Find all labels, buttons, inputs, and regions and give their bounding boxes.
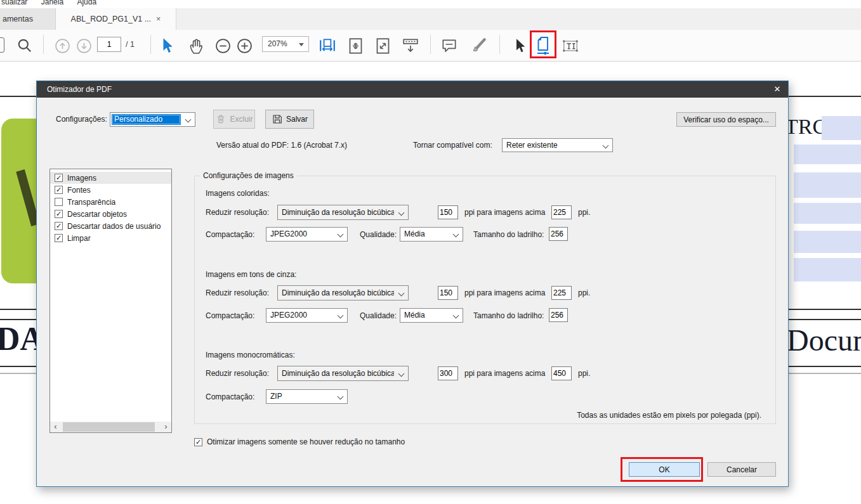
gray-quality-select[interactable]: Média [400,308,463,323]
chevron-down-icon [185,117,192,123]
checkbox-discard-user-data[interactable]: ✓ [55,222,63,230]
mono-ppi-above-input[interactable] [551,366,572,380]
scroll-left-icon[interactable]: ‹ [50,422,61,432]
list-item-images[interactable]: ✓ Imagens [50,172,171,184]
cursor-icon[interactable] [511,37,529,55]
checkbox-cleanup[interactable]: ✓ [55,234,63,242]
page-number-input[interactable] [97,37,121,52]
optimize-pdf-icon[interactable] [534,37,552,55]
gray-downsample-value: Diminuição da resolução bicúbica para [282,286,394,300]
group-title: Configurações de imagens [200,171,297,180]
form-field-highlight[interactable] [794,172,861,198]
scroll-mode-icon[interactable] [402,37,419,55]
reduce-resolution-label: Reduzir resolução: [206,366,269,381]
mono-downsample-value: Diminuição da resolução bicúbica para [282,366,394,381]
color-images-title: Imagens coloridas: [206,186,270,201]
fit-width-icon[interactable] [319,37,336,55]
menu-item-help[interactable]: Ajuda [77,0,96,6]
actual-size-icon[interactable] [374,37,391,55]
gray-quality-value: Média [404,309,449,322]
form-field-highlight[interactable] [794,258,861,281]
fit-page-icon[interactable] [346,37,364,55]
list-item-transparency[interactable]: Transparência [50,196,171,208]
checkbox-discard-objects[interactable]: ✓ [55,210,63,218]
hand-tool-icon[interactable] [187,37,204,55]
mono-compression-value: ZIP [270,390,333,403]
optimize-only-checkbox[interactable]: ✓ [194,438,202,446]
ppi-suffix-text: ppi. [578,286,590,300]
ok-button[interactable]: OK [629,462,700,477]
select-tool-icon[interactable] [159,37,176,55]
color-quality-select[interactable]: Média [400,227,463,242]
dialog-close-icon[interactable]: ✕ [766,81,788,98]
gray-ppi-above-input[interactable] [551,286,572,300]
checkbox-transparency[interactable] [55,198,63,206]
toolbar-separator [499,35,500,54]
compatibility-select[interactable]: Reter existente [502,138,613,152]
color-compression-select[interactable]: JPEG2000 [266,227,348,242]
ppi-mid-text: ppi para imagens acima [464,286,545,300]
chevron-down-icon [603,143,609,149]
list-item-discard-user-data[interactable]: ✓ Descartar dados de usuário [50,220,171,232]
tab-close-icon[interactable]: × [156,15,161,23]
color-ppi-input[interactable] [438,205,458,219]
comment-icon[interactable] [440,37,458,55]
form-field-highlight[interactable] [794,203,861,224]
next-page-icon[interactable] [75,37,93,55]
list-item-label: Limpar [67,234,91,243]
menu-item-window[interactable]: Janela [41,0,63,6]
highlighter-icon[interactable] [470,37,488,55]
horizontal-scrollbar[interactable]: ‹ › [50,422,171,432]
units-note: Todas as unidades estão em pixels por po… [577,411,761,420]
tab-tools[interactable]: amentas [0,8,56,30]
page-total-label: / 1 [126,37,135,52]
zoom-in-icon[interactable] [235,37,253,55]
settings-select[interactable]: Personalizado [110,112,195,127]
toolbar-separator [43,35,44,54]
color-compression-value: JPEG2000 [270,228,333,241]
scroll-right-icon[interactable]: › [161,422,171,432]
cancel-button[interactable]: Cancelar [707,462,776,477]
list-item-fonts[interactable]: ✓ Fontes [50,184,171,196]
reduce-resolution-label: Reduzir resolução: [206,205,269,220]
settings-selected-value: Personalizado [112,114,181,125]
checkbox-fonts[interactable]: ✓ [55,186,63,194]
zoom-out-icon[interactable] [214,37,232,55]
list-item-discard-objects[interactable]: ✓ Descartar objetos [50,208,171,220]
gray-downsample-select[interactable]: Diminuição da resolução bicúbica para [277,285,409,300]
tab-document[interactable]: ABL_ROD_PG1_V1 ...× [56,8,176,30]
color-tile-size-input[interactable] [549,227,568,241]
audit-space-usage-button[interactable]: Verificar uso do espaço... [676,112,776,127]
gray-ppi-input[interactable] [438,286,458,300]
mono-ppi-input[interactable] [438,366,458,380]
toolbar-separator [430,35,431,54]
color-ppi-above-input[interactable] [551,205,572,219]
tab-document-label: ABL_ROD_PG1_V1 ... [71,15,151,23]
checkbox-images[interactable]: ✓ [55,174,63,182]
chevron-down-icon [453,231,459,238]
delete-button[interactable]: Excluir [213,110,255,129]
form-field-highlight[interactable] [794,145,861,164]
menu-item-view[interactable]: sualizar [1,0,27,6]
ppi-mid-text: ppi para imagens acima [464,366,545,381]
partial-sidebar-icon[interactable] [0,37,4,53]
tile-size-label: Tamanho do ladrilho: [473,309,544,323]
mono-compression-select[interactable]: ZIP [266,389,348,404]
gray-tile-size-input[interactable] [549,308,568,322]
compatibility-selected-value: Reter existente [506,139,598,152]
color-downsample-select[interactable]: Diminuição da resolução bicúbica para [277,205,409,220]
edit-text-icon[interactable] [562,37,579,55]
search-icon[interactable] [16,37,34,55]
optimize-only-row[interactable]: ✓ Otimizar imagens somente se houver red… [194,435,405,449]
save-button[interactable]: Salvar [265,110,314,129]
scrollbar-thumb[interactable] [63,422,155,432]
zoom-level-select[interactable]: 207% [262,36,309,52]
form-field-highlight[interactable] [822,116,861,140]
gray-compression-select[interactable]: JPEG2000 [266,308,348,323]
list-item-label: Imagens [67,174,96,183]
form-field-highlight[interactable] [794,231,861,253]
mono-downsample-select[interactable]: Diminuição da resolução bicúbica para [277,366,409,381]
previous-page-icon[interactable] [53,37,71,55]
compression-label: Compactação: [206,228,254,242]
list-item-cleanup[interactable]: ✓ Limpar [50,232,171,244]
